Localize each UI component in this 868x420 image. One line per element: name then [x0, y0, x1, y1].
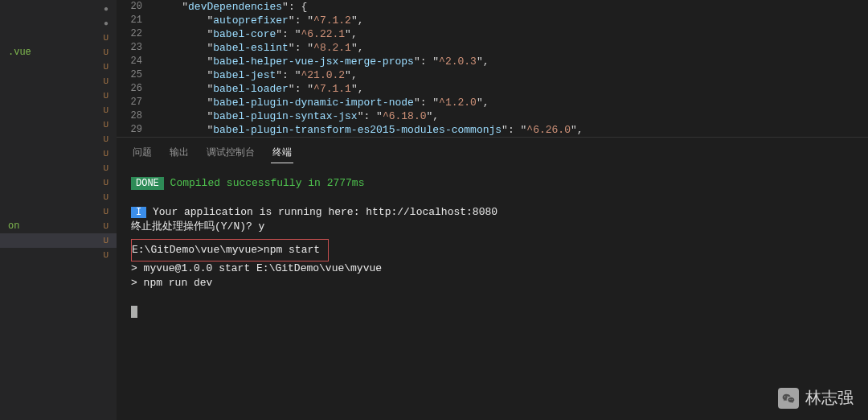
- bottom-panel: 问题输出调试控制台终端 DONE Compiled successfully i…: [117, 137, 868, 420]
- main-area: 20212223242526272829 "devDependencies": …: [117, 0, 868, 420]
- terminate-prompt: 终止批处理操作吗(Y/N)? y: [131, 220, 854, 234]
- command-path: E:\GitDemo\vue\myvue>: [132, 244, 264, 256]
- file-gutter-item[interactable]: U: [0, 74, 117, 89]
- file-gutter-item[interactable]: ●: [0, 16, 117, 31]
- watermark-text: 林志强: [805, 387, 854, 409]
- file-gutter-item[interactable]: .vueU: [0, 45, 117, 60]
- running-message: Your application is running here: http:/…: [146, 206, 497, 218]
- code-editor[interactable]: 20212223242526272829 "devDependencies": …: [117, 0, 868, 137]
- file-gutter-item[interactable]: U: [0, 89, 117, 103]
- file-gutter-item[interactable]: U: [0, 161, 117, 175]
- compiled-message: Compiled successfully in 2777ms: [164, 177, 365, 189]
- file-gutter-item[interactable]: U: [0, 248, 117, 262]
- file-gutter-item[interactable]: U: [0, 204, 117, 219]
- file-gutter-item[interactable]: U: [0, 132, 117, 146]
- file-gutter-item[interactable]: ●: [0, 2, 117, 16]
- panel-tabs: 问题输出调试控制台终端: [117, 138, 868, 168]
- command-highlight-box: E:\GitDemo\vue\myvue>npm start: [131, 239, 329, 261]
- line-number-gutter: 20212223242526272829: [117, 0, 157, 137]
- npm-output-line-1: > myvue@1.0.0 start E:\GitDemo\vue\myvue: [131, 261, 854, 276]
- code-content[interactable]: "devDependencies": { "autoprefixer": "^7…: [157, 0, 868, 137]
- info-badge: I: [131, 207, 146, 218]
- terminal-output[interactable]: DONE Compiled successfully in 2777ms I Y…: [117, 168, 868, 420]
- file-gutter-item[interactable]: U: [0, 175, 117, 190]
- file-gutter-item[interactable]: U: [0, 103, 117, 117]
- wechat-icon: [778, 388, 799, 409]
- file-gutter-item[interactable]: U: [0, 117, 117, 132]
- file-gutter-item[interactable]: U: [0, 190, 117, 204]
- file-gutter-item[interactable]: U: [0, 233, 117, 248]
- command-input[interactable]: npm start: [264, 244, 320, 256]
- file-gutter-item[interactable]: U: [0, 146, 117, 161]
- file-gutter-item[interactable]: U: [0, 60, 117, 74]
- file-gutter-item[interactable]: U: [0, 31, 117, 45]
- npm-output-line-2: > npm run dev: [131, 276, 854, 290]
- file-gutter: ●●U.vueUUUUUUUUUUUUonUUU: [0, 0, 117, 420]
- panel-tab[interactable]: 问题: [131, 142, 154, 163]
- done-badge: DONE: [131, 177, 164, 190]
- panel-tab[interactable]: 终端: [271, 142, 293, 163]
- panel-tab[interactable]: 调试控制台: [205, 142, 256, 163]
- watermark: 林志强: [778, 387, 854, 409]
- terminal-cursor[interactable]: [131, 306, 137, 318]
- file-gutter-item[interactable]: onU: [0, 219, 117, 233]
- panel-tab[interactable]: 输出: [168, 142, 190, 163]
